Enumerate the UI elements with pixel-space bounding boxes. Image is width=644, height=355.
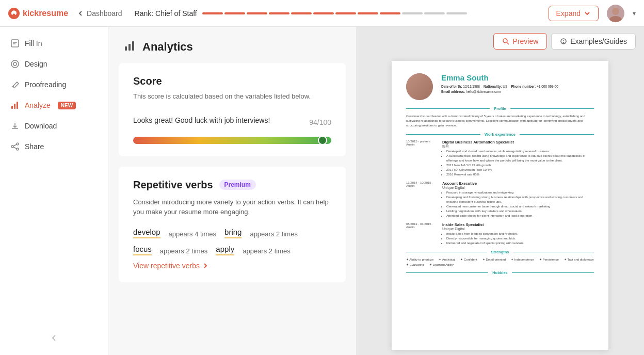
score-result-row: Looks great! Good luck with job intervie… — [133, 112, 331, 128]
svg-rect-16 — [128, 44, 131, 51]
score-progress-bar — [133, 137, 331, 144]
logo[interactable]: kickresume — [8, 8, 68, 19]
strength-item: Analytical — [439, 257, 455, 261]
expand-label: Expand — [556, 9, 581, 18]
rank-segment — [358, 12, 378, 14]
work-bullets: Inside Sales from leads to conversion an… — [442, 232, 594, 246]
sidebar-collapse-button[interactable] — [0, 327, 108, 349]
chevron-down-icon — [584, 10, 591, 17]
phone-value: +1 000 999 00 — [537, 85, 558, 88]
work-entry-0: 10/2015 - presentAustin Digital Business… — [406, 140, 594, 177]
analyze-badge: NEW — [58, 102, 76, 109]
repetitive-description: Consider introducing more variety to you… — [133, 197, 331, 217]
sidebar-label-fill-in: Fill In — [25, 39, 42, 47]
avatar[interactable] — [607, 5, 624, 22]
sidebar-item-download[interactable]: Download — [0, 116, 108, 136]
sidebar-item-proofreading[interactable]: Proofreading — [0, 74, 108, 95]
work-entries: 10/2015 - presentAustin Digital Business… — [406, 140, 594, 246]
verb-count-develop: appears 4 times — [169, 230, 217, 238]
examples-icon — [560, 38, 567, 45]
sidebar-item-share[interactable]: Share — [0, 136, 108, 157]
score-max: /100 — [317, 118, 331, 126]
sidebar-item-design[interactable]: Design — [0, 54, 108, 74]
svg-point-0 — [612, 8, 619, 15]
work-bullets: Developed and closed new business, while… — [442, 149, 594, 177]
dob-label: Date of birth: — [441, 85, 462, 88]
back-label: Dashboard — [87, 9, 122, 18]
score-indicator — [318, 136, 327, 145]
score-description: This score is calculated based on the va… — [133, 91, 331, 102]
work-bullets: Focused in storage, virtualization and n… — [442, 190, 594, 218]
svg-point-10 — [17, 143, 19, 145]
repetitive-title: Repetitive verbs — [133, 179, 213, 191]
score-result-label: Looks great! Good luck with job intervie… — [133, 116, 270, 124]
profile-divider: Profile — [406, 106, 594, 111]
examples-button[interactable]: Examples/Guides — [551, 33, 636, 50]
verb-item-focus: focus — [133, 245, 152, 255]
preview-label: Preview — [512, 37, 538, 45]
avatar-caret-icon[interactable]: ▾ — [633, 10, 636, 17]
view-link-label: View repetitive verbs — [133, 262, 200, 270]
score-value: 94/100 — [309, 112, 331, 128]
examples-label: Examples/Guides — [570, 37, 627, 45]
main-layout: Fill In Design Proofreading Analyze NEW … — [0, 27, 644, 355]
verb-row-2: focus appears 2 times apply appears 2 ti… — [133, 245, 331, 255]
bullet: Developing and fostering strong business… — [446, 195, 594, 204]
expand-button[interactable]: Expand — [549, 6, 599, 21]
verb-word-focus: focus — [133, 245, 152, 255]
analytics-scroll: Analytics Score This score is calculated… — [108, 27, 356, 282]
rank-label: Rank: Chief of Staff — [135, 9, 197, 18]
dob-value: 12/11/1988 — [463, 85, 480, 88]
resume-toolbar: Preview Examples/Guides — [356, 27, 644, 56]
bullet: Inside Sales from leads to conversion an… — [446, 232, 594, 236]
rank-progress-bar — [202, 12, 467, 14]
view-repetitive-verbs-link[interactable]: View repetitive verbs — [133, 262, 331, 270]
back-icon — [76, 9, 85, 18]
svg-rect-2 — [11, 40, 19, 47]
svg-rect-17 — [132, 41, 134, 51]
analyze-icon — [10, 101, 20, 110]
verb-count-focus: appears 2 times — [160, 247, 208, 255]
strength-item: Tact and diplomacy — [564, 257, 594, 261]
hobbies-section-title: Hobbies — [492, 270, 508, 275]
svg-rect-9 — [17, 102, 18, 109]
sidebar-item-analyze[interactable]: Analyze NEW — [0, 95, 108, 116]
sidebar-item-fill-in[interactable]: Fill In — [0, 33, 108, 54]
svg-line-13 — [13, 147, 17, 149]
strengths-section-title: Strengths — [491, 250, 509, 254]
analytics-panel: Analytics Score This score is calculated… — [108, 27, 356, 355]
resume-photo — [406, 73, 433, 100]
rank-segment — [402, 12, 423, 14]
work-title: Account Executive — [442, 181, 594, 186]
rank-segment — [313, 12, 334, 14]
profile-section-title: Profile — [494, 106, 506, 111]
nationality-value: US — [503, 85, 507, 88]
email-value: hello@kickresume.com — [466, 90, 501, 93]
back-button[interactable]: Dashboard — [76, 9, 122, 18]
nationality-label: Nationality: — [484, 85, 502, 88]
work-entry-2: 08/2013 - 01/2015Austin Inside Sales Spe… — [406, 222, 594, 246]
verb-word-develop: develop — [133, 228, 160, 238]
resume-panel: Preview Examples/Guides + Emma So — [356, 27, 644, 355]
work-content: Inside Sales Specialist Unique Digital I… — [442, 222, 594, 246]
strengths-grid: Ability to prioritizeAnalyticalConfident… — [406, 257, 594, 266]
rank-segment — [446, 12, 467, 14]
content-area: Analytics Score This score is calculated… — [108, 27, 644, 355]
strength-item: Independence — [511, 257, 534, 261]
rank-segment — [202, 12, 223, 14]
strength-item: Learning Agility — [429, 263, 454, 266]
svg-point-6 — [13, 62, 17, 66]
preview-button[interactable]: Preview — [493, 33, 547, 50]
strength-item: Detail oriented — [482, 257, 506, 261]
strength-item: Evaluating — [406, 263, 424, 266]
repetitive-header: Repetitive verbs Premium — [133, 179, 331, 191]
work-dates: 08/2013 - 01/2015Austin — [406, 222, 437, 246]
work-title: Inside Sales Specialist — [442, 222, 594, 227]
rank-segment — [335, 12, 356, 14]
svg-line-14 — [13, 144, 17, 146]
work-company: Unique Digital — [442, 186, 594, 189]
rank-segment — [224, 12, 245, 14]
work-section-title: Work experience — [485, 132, 516, 137]
resume-header: Emma South Date of birth: 12/11/1988 Nat… — [406, 73, 594, 100]
rank-segment — [269, 12, 289, 14]
